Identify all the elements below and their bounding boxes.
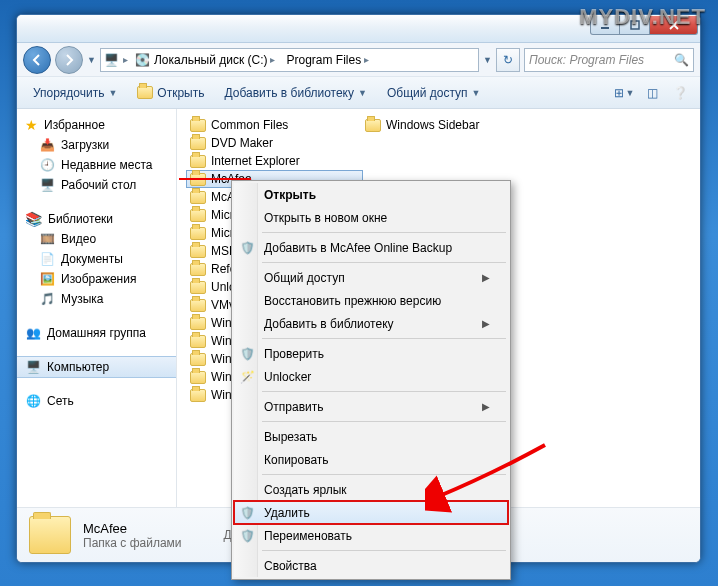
sidebar-item-downloads[interactable]: 📥Загрузки [17, 135, 176, 155]
computer-icon: 🖥️ [104, 52, 120, 68]
ctx-delete[interactable]: 🛡️Удалить [234, 501, 508, 524]
sidebar-item-label: Видео [61, 232, 96, 246]
sidebar-item-recent[interactable]: 🕘Недавние места [17, 155, 176, 175]
ctx-open-new-window[interactable]: Открыть в новом окне [234, 206, 508, 229]
maximize-button[interactable] [620, 16, 650, 35]
breadcrumb-disk-label: Локальный диск (C:) [154, 53, 268, 67]
folder-icon [190, 281, 206, 294]
folder-icon [190, 155, 206, 168]
folder-icon [190, 227, 206, 240]
folder-icon [190, 353, 206, 366]
sidebar-item-label: Недавние места [61, 158, 152, 172]
ctx-create-shortcut[interactable]: Создать ярлык [234, 478, 508, 501]
breadcrumb-disk[interactable]: 💽 Локальный диск (C:) ▸ [131, 49, 280, 71]
sidebar-item-desktop[interactable]: 🖥️Рабочий стол [17, 175, 176, 195]
ctx-cut[interactable]: Вырезать [234, 425, 508, 448]
close-button[interactable] [650, 16, 698, 35]
mcafee-icon: 🛡️ [239, 346, 255, 362]
sidebar-item-music[interactable]: 🎵Музыка [17, 289, 176, 309]
shield-icon: 🛡️ [239, 528, 255, 544]
ctx-rename[interactable]: 🛡️Переименовать [234, 524, 508, 547]
ctx-label: Восстановить прежнюю версию [264, 294, 441, 308]
ctx-label: Удалить [264, 506, 310, 520]
toolbar: Упорядочить▼ Открыть Добавить в библиоте… [17, 77, 700, 109]
back-button[interactable] [23, 46, 51, 74]
ctx-unlocker[interactable]: 🪄Unlocker [234, 365, 508, 388]
folder-icon [190, 317, 206, 330]
homegroup-label: Домашняя группа [47, 326, 146, 340]
preview-pane-button[interactable]: ◫ [640, 81, 664, 105]
address-dropdown[interactable]: ▼ [483, 55, 492, 65]
folder-item[interactable]: Common Files [187, 117, 362, 133]
minimize-button[interactable] [590, 16, 620, 35]
details-type: Папка с файлами [83, 536, 182, 550]
breadcrumb-box[interactable]: 🖥️ ▸ 💽 Локальный диск (C:) ▸ Program Fil… [100, 48, 479, 72]
ctx-open[interactable]: Открыть [234, 183, 508, 206]
recent-icon: 🕘 [39, 157, 55, 173]
share-button[interactable]: Общий доступ▼ [379, 83, 489, 103]
mcafee-icon: 🛡️ [239, 240, 255, 256]
downloads-icon: 📥 [39, 137, 55, 153]
folder-item[interactable]: DVD Maker [187, 135, 362, 151]
folder-label: DVD Maker [211, 136, 273, 150]
open-button[interactable]: Открыть [129, 83, 212, 103]
favorites-label: Избранное [44, 118, 105, 132]
organize-button[interactable]: Упорядочить▼ [25, 83, 125, 103]
favorites-header[interactable]: ★Избранное [17, 115, 176, 135]
history-dropdown[interactable]: ▼ [87, 55, 96, 65]
network-label: Сеть [47, 394, 74, 408]
folder-label: Common Files [211, 118, 288, 132]
ctx-send-to[interactable]: Отправить▶ [234, 395, 508, 418]
help-button[interactable]: ❔ [668, 81, 692, 105]
ctx-properties[interactable]: Свойства [234, 554, 508, 577]
computer-header[interactable]: 🖥️Компьютер [17, 357, 176, 377]
ctx-share[interactable]: Общий доступ▶ [234, 266, 508, 289]
refresh-button[interactable]: ↻ [496, 48, 520, 72]
folder-item[interactable]: Windows Sidebar [362, 117, 537, 133]
organize-label: Упорядочить [33, 86, 104, 100]
folder-icon [190, 209, 206, 222]
folder-icon [190, 371, 206, 384]
add-library-label: Добавить в библиотеку [224, 86, 354, 100]
folder-icon [190, 299, 206, 312]
shield-icon: 🛡️ [239, 505, 255, 521]
ctx-mcafee-backup[interactable]: 🛡️Добавить в McAfee Online Backup [234, 236, 508, 259]
sidebar-item-documents[interactable]: 📄Документы [17, 249, 176, 269]
sidebar-item-video[interactable]: 🎞️Видео [17, 229, 176, 249]
folder-icon [190, 389, 206, 402]
view-button[interactable]: ⊞▼ [612, 81, 636, 105]
network-header[interactable]: 🌐Сеть [17, 391, 176, 411]
search-icon: 🔍 [674, 53, 689, 67]
libraries-header[interactable]: 📚Библиотеки [17, 209, 176, 229]
forward-button[interactable] [55, 46, 83, 74]
breadcrumb-folder-label: Program Files [286, 53, 361, 67]
sidebar-item-images[interactable]: 🖼️Изображения [17, 269, 176, 289]
folder-icon [190, 191, 206, 204]
ctx-add-library[interactable]: Добавить в библиотеку▶ [234, 312, 508, 335]
ctx-copy[interactable]: Копировать [234, 448, 508, 471]
ctx-label: Копировать [264, 453, 329, 467]
submenu-arrow-icon: ▶ [482, 272, 490, 283]
sidebar-item-label: Документы [61, 252, 123, 266]
sidebar-item-label: Рабочий стол [61, 178, 136, 192]
submenu-arrow-icon: ▶ [482, 401, 490, 412]
folder-icon [190, 335, 206, 348]
images-icon: 🖼️ [39, 271, 55, 287]
ctx-check[interactable]: 🛡️Проверить [234, 342, 508, 365]
submenu-arrow-icon: ▶ [482, 318, 490, 329]
desktop-icon: 🖥️ [39, 177, 55, 193]
homegroup-header[interactable]: 👥Домашняя группа [17, 323, 176, 343]
folder-item[interactable]: Internet Explorer [187, 153, 362, 169]
add-library-button[interactable]: Добавить в библиотеку▼ [216, 83, 374, 103]
ctx-restore-version[interactable]: Восстановить прежнюю версию [234, 289, 508, 312]
folder-icon [365, 119, 381, 132]
folder-icon [190, 245, 206, 258]
ctx-label: Вырезать [264, 430, 317, 444]
ctx-label: Открыть в новом окне [264, 211, 387, 225]
computer-icon: 🖥️ [25, 359, 41, 375]
ctx-label: Общий доступ [264, 271, 345, 285]
ctx-label: Unlocker [264, 370, 311, 384]
search-input[interactable]: Поиск: Program Files 🔍 [524, 48, 694, 72]
drive-icon: 💽 [135, 52, 151, 68]
breadcrumb-folder[interactable]: Program Files ▸ [282, 49, 373, 71]
